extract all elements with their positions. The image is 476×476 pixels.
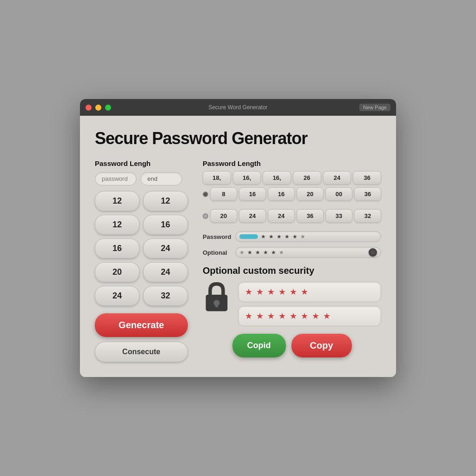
pw-star14: ★ [323,311,331,321]
slider-thumb[interactable] [369,248,377,257]
length-btn-12a[interactable]: 12 [95,191,139,211]
right-panel: Password Length 18, 16, 16, 26 24 36 8 1… [203,159,381,362]
pw-star7: ★ [245,311,252,321]
length-btn-24b[interactable]: 24 [143,262,188,282]
opt-star6: ★ [279,249,284,256]
length-opt-16b[interactable]: 16, [263,171,291,185]
length-opt-16c[interactable]: 16 [239,187,266,201]
password-slider-label: Password [203,233,231,240]
length-opt-36a[interactable]: 36 [353,171,381,185]
generate-button[interactable]: Genecrate [95,313,188,337]
main-layout: Password Lengh 12 12 12 16 16 24 20 24 2… [95,159,381,362]
length-opt-18[interactable]: 18, [203,171,231,185]
pw-star4: ★ [278,287,286,297]
lock-icon [203,282,231,314]
star4: ★ [284,233,290,240]
length-opt-36c[interactable]: 36 [297,209,324,223]
length-opt-24[interactable]: 24 [323,171,351,185]
slider-fill [239,234,258,239]
radio-dot[interactable] [203,192,208,197]
app-title: Secure Password Generator [95,129,381,148]
length-opt-36b[interactable]: 36 [354,187,381,201]
length-opt-16a[interactable]: 16, [233,171,261,185]
lock-icon-area [203,282,231,314]
length-opt-24e[interactable]: 24 [268,209,295,223]
pw-star13: ★ [312,311,319,321]
minimize-button[interactable] [95,105,101,111]
close-button[interactable] [86,105,92,111]
bottom-area: ★ ★ ★ ★ ★ ★ ★ ★ ★ ★ ★ [203,282,381,334]
length-btn-32[interactable]: 32 [143,286,188,306]
slider-section: Password ★ ★ ★ ★ ★ ★ Optional [203,231,381,258]
length-opt-26[interactable]: 26 [293,171,321,185]
pw-star6: ★ [301,287,308,297]
optional-slider-track[interactable]: ★ ★ ★ ★ ★ ★ [235,247,381,258]
right-section-label: Password Length [203,159,381,167]
titlebar: Secure Word Generator New Page [80,99,396,116]
pw-star3: ★ [267,287,275,297]
length-btn-20[interactable]: 20 [95,262,139,282]
copid-button[interactable]: Copid [232,334,286,357]
length-btn-16a[interactable]: 16 [143,215,188,235]
length-btn-12c[interactable]: 12 [95,215,139,235]
radio-dot2[interactable] [203,213,208,219]
length-options-row1: 18, 16, 16, 26 24 36 [203,171,381,185]
pw-star8: ★ [256,311,264,321]
pw-star9: ★ [267,311,275,321]
radio-row2: 20 24 24 36 33 32 [203,209,381,223]
password-field-2: ★ ★ ★ ★ ★ ★ ★ ★ [238,306,381,326]
titlebar-controls: New Page [359,104,390,111]
length-btn-24a[interactable]: 24 [143,238,188,258]
optional-title: Optional custom security [203,265,381,276]
pw-star11: ★ [290,311,297,321]
opt-star4: ★ [263,249,268,256]
star5: ★ [292,233,298,240]
length-opt-20b[interactable]: 20 [297,187,324,201]
password-slider-row: Password ★ ★ ★ ★ ★ ★ [203,231,381,242]
length-opt-16d[interactable]: 16 [268,187,295,201]
password-field-1: ★ ★ ★ ★ ★ ★ [238,282,381,302]
length-button-grid: 12 12 12 16 16 24 20 24 24 32 [95,191,188,306]
pw-star: ★ [245,287,252,297]
opt-star1: ★ [239,249,245,256]
window-title: Secure Word Generator [208,104,267,111]
password-input[interactable] [95,172,137,185]
opt-star5: ★ [271,249,276,256]
pw-star2: ★ [256,287,264,297]
length-input-row [95,172,188,185]
copy-button[interactable]: Copy [291,334,352,357]
optional-slider-row: Optional ★ ★ ★ ★ ★ ★ [203,247,381,258]
star1: ★ [261,233,266,240]
length-options-row2: 8 16 16 20 00 36 [210,187,381,201]
star6: ★ [300,233,305,240]
pw-star12: ★ [301,311,308,321]
length-input[interactable] [140,172,182,185]
star3: ★ [277,233,282,240]
star2: ★ [269,233,274,240]
length-btn-24c[interactable]: 24 [95,286,139,306]
password-slider-track[interactable]: ★ ★ ★ ★ ★ ★ [235,231,381,242]
length-opt-24d[interactable]: 24 [239,209,266,223]
password-display-area: ★ ★ ★ ★ ★ ★ ★ ★ ★ ★ ★ [238,282,381,326]
opt-star3: ★ [255,249,260,256]
main-content: Secure Password Generator Password Lengh… [80,116,396,377]
length-opt-00a[interactable]: 00 [325,187,352,201]
consec-button[interactable]: Consecute [95,342,188,362]
app-window: Secure Word Generator New Page Secure Pa… [80,99,396,377]
new-page-button[interactable]: New Page [359,104,390,111]
length-options-row3: 20 24 24 36 33 32 [210,209,381,223]
length-btn-12b[interactable]: 12 [143,191,188,211]
optional-slider-label: Optional [203,249,231,256]
length-opt-32b[interactable]: 32 [354,209,381,223]
length-opt-20c[interactable]: 20 [210,209,237,223]
bottom-buttons: Copid Copy [203,334,381,357]
length-opt-8[interactable]: 8 [210,187,237,201]
length-opt-33[interactable]: 33 [325,209,352,223]
length-btn-16b[interactable]: 16 [95,238,139,258]
pw-star5: ★ [290,287,297,297]
radio-row: 8 16 16 20 00 36 [203,187,381,201]
left-section-label: Password Lengh [95,159,188,167]
pw-star10: ★ [278,311,286,321]
svg-rect-2 [215,303,218,307]
maximize-button[interactable] [105,105,111,111]
